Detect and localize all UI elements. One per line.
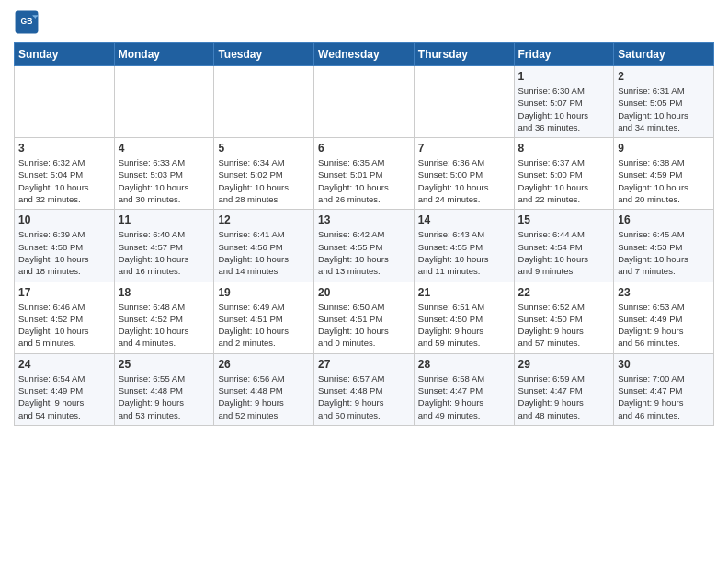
day-info: Sunrise: 6:51 AM Sunset: 4:50 PM Dayligh… xyxy=(418,301,510,350)
calendar-cell: 20Sunrise: 6:50 AM Sunset: 4:51 PM Dayli… xyxy=(314,282,415,353)
day-info: Sunrise: 6:45 AM Sunset: 4:53 PM Dayligh… xyxy=(618,228,710,277)
calendar-cell: 9Sunrise: 6:38 AM Sunset: 4:59 PM Daylig… xyxy=(614,138,714,210)
calendar-cell: 8Sunrise: 6:37 AM Sunset: 5:00 PM Daylig… xyxy=(514,138,614,210)
calendar-cell xyxy=(214,66,314,138)
day-info: Sunrise: 6:40 AM Sunset: 4:57 PM Dayligh… xyxy=(119,228,210,277)
day-info: Sunrise: 6:46 AM Sunset: 4:52 PM Dayligh… xyxy=(18,301,110,350)
calendar-cell: 18Sunrise: 6:48 AM Sunset: 4:52 PM Dayli… xyxy=(114,282,214,353)
day-number: 24 xyxy=(18,358,110,371)
day-info: Sunrise: 6:42 AM Sunset: 4:55 PM Dayligh… xyxy=(318,228,410,277)
day-number: 20 xyxy=(318,286,410,299)
calendar-cell: 1Sunrise: 6:30 AM Sunset: 5:07 PM Daylig… xyxy=(514,66,614,138)
calendar-cell xyxy=(414,66,514,138)
calendar-cell: 3Sunrise: 6:32 AM Sunset: 5:04 PM Daylig… xyxy=(15,138,115,210)
calendar-cell: 24Sunrise: 6:54 AM Sunset: 4:49 PM Dayli… xyxy=(15,353,115,425)
day-info: Sunrise: 6:57 AM Sunset: 4:48 PM Dayligh… xyxy=(318,373,410,421)
day-number: 6 xyxy=(318,142,410,155)
day-info: Sunrise: 6:55 AM Sunset: 4:48 PM Dayligh… xyxy=(119,373,210,421)
calendar-cell: 6Sunrise: 6:35 AM Sunset: 5:01 PM Daylig… xyxy=(314,138,415,210)
calendar-week-1: 1Sunrise: 6:30 AM Sunset: 5:07 PM Daylig… xyxy=(15,66,714,138)
day-number: 28 xyxy=(418,358,510,371)
day-number: 4 xyxy=(119,142,210,155)
day-number: 9 xyxy=(618,142,710,155)
calendar-week-4: 17Sunrise: 6:46 AM Sunset: 4:52 PM Dayli… xyxy=(15,282,714,353)
day-number: 19 xyxy=(218,286,310,299)
day-number: 8 xyxy=(518,142,610,155)
day-info: Sunrise: 6:37 AM Sunset: 5:00 PM Dayligh… xyxy=(518,156,610,205)
day-number: 5 xyxy=(218,142,310,155)
day-info: Sunrise: 6:39 AM Sunset: 4:58 PM Dayligh… xyxy=(18,228,110,277)
day-header-sunday: Sunday xyxy=(15,43,115,66)
calendar-cell: 16Sunrise: 6:45 AM Sunset: 4:53 PM Dayli… xyxy=(614,210,714,282)
day-info: Sunrise: 6:31 AM Sunset: 5:05 PM Dayligh… xyxy=(618,85,710,133)
day-number: 15 xyxy=(518,213,610,226)
calendar-cell xyxy=(15,66,115,138)
day-info: Sunrise: 6:53 AM Sunset: 4:49 PM Dayligh… xyxy=(618,301,710,350)
calendar-cell: 4Sunrise: 6:33 AM Sunset: 5:03 PM Daylig… xyxy=(114,138,214,210)
day-info: Sunrise: 6:59 AM Sunset: 4:47 PM Dayligh… xyxy=(518,373,610,421)
day-info: Sunrise: 6:36 AM Sunset: 5:00 PM Dayligh… xyxy=(418,156,510,205)
day-info: Sunrise: 6:41 AM Sunset: 4:56 PM Dayligh… xyxy=(218,228,310,277)
calendar-week-3: 10Sunrise: 6:39 AM Sunset: 4:58 PM Dayli… xyxy=(15,210,714,282)
calendar-cell: 5Sunrise: 6:34 AM Sunset: 5:02 PM Daylig… xyxy=(214,138,314,210)
day-number: 11 xyxy=(119,213,210,226)
day-info: Sunrise: 6:49 AM Sunset: 4:51 PM Dayligh… xyxy=(218,301,310,350)
calendar-cell: 21Sunrise: 6:51 AM Sunset: 4:50 PM Dayli… xyxy=(414,282,514,353)
calendar-cell xyxy=(114,66,214,138)
day-number: 29 xyxy=(518,358,610,371)
day-number: 2 xyxy=(618,70,710,83)
day-number: 23 xyxy=(618,286,710,299)
day-info: Sunrise: 7:00 AM Sunset: 4:47 PM Dayligh… xyxy=(618,373,710,421)
day-info: Sunrise: 6:33 AM Sunset: 5:03 PM Dayligh… xyxy=(119,156,210,205)
calendar-cell: 29Sunrise: 6:59 AM Sunset: 4:47 PM Dayli… xyxy=(514,353,614,425)
day-number: 13 xyxy=(318,213,410,226)
calendar-table: SundayMondayTuesdayWednesdayThursdayFrid… xyxy=(14,42,714,426)
calendar-cell: 10Sunrise: 6:39 AM Sunset: 4:58 PM Dayli… xyxy=(15,210,115,282)
calendar-cell: 26Sunrise: 6:56 AM Sunset: 4:48 PM Dayli… xyxy=(214,353,314,425)
calendar-cell: 25Sunrise: 6:55 AM Sunset: 4:48 PM Dayli… xyxy=(114,353,214,425)
day-number: 30 xyxy=(618,358,710,371)
day-header-wednesday: Wednesday xyxy=(314,43,415,66)
calendar-cell: 7Sunrise: 6:36 AM Sunset: 5:00 PM Daylig… xyxy=(414,138,514,210)
day-info: Sunrise: 6:38 AM Sunset: 4:59 PM Dayligh… xyxy=(618,156,710,205)
day-info: Sunrise: 6:54 AM Sunset: 4:49 PM Dayligh… xyxy=(18,373,110,421)
day-number: 22 xyxy=(518,286,610,299)
calendar-header-row: SundayMondayTuesdayWednesdayThursdayFrid… xyxy=(15,43,714,66)
day-info: Sunrise: 6:43 AM Sunset: 4:55 PM Dayligh… xyxy=(418,228,510,277)
day-number: 3 xyxy=(18,142,110,155)
svg-text:GB: GB xyxy=(21,17,33,26)
calendar-cell: 30Sunrise: 7:00 AM Sunset: 4:47 PM Dayli… xyxy=(614,353,714,425)
calendar-cell: 23Sunrise: 6:53 AM Sunset: 4:49 PM Dayli… xyxy=(614,282,714,353)
calendar-cell: 19Sunrise: 6:49 AM Sunset: 4:51 PM Dayli… xyxy=(214,282,314,353)
day-info: Sunrise: 6:32 AM Sunset: 5:04 PM Dayligh… xyxy=(18,156,110,205)
day-info: Sunrise: 6:48 AM Sunset: 4:52 PM Dayligh… xyxy=(119,301,210,350)
calendar-page: GB SundayMondayTuesdayWednesdayThursdayF… xyxy=(0,0,728,440)
calendar-cell: 17Sunrise: 6:46 AM Sunset: 4:52 PM Dayli… xyxy=(15,282,115,353)
day-info: Sunrise: 6:50 AM Sunset: 4:51 PM Dayligh… xyxy=(318,301,410,350)
day-number: 16 xyxy=(618,213,710,226)
day-number: 21 xyxy=(418,286,510,299)
day-number: 14 xyxy=(418,213,510,226)
day-info: Sunrise: 6:52 AM Sunset: 4:50 PM Dayligh… xyxy=(518,301,610,350)
calendar-cell: 15Sunrise: 6:44 AM Sunset: 4:54 PM Dayli… xyxy=(514,210,614,282)
day-header-thursday: Thursday xyxy=(414,43,514,66)
calendar-cell: 2Sunrise: 6:31 AM Sunset: 5:05 PM Daylig… xyxy=(614,66,714,138)
day-info: Sunrise: 6:56 AM Sunset: 4:48 PM Dayligh… xyxy=(218,373,310,421)
day-number: 17 xyxy=(18,286,110,299)
day-header-tuesday: Tuesday xyxy=(214,43,314,66)
day-number: 7 xyxy=(418,142,510,155)
day-info: Sunrise: 6:35 AM Sunset: 5:01 PM Dayligh… xyxy=(318,156,410,205)
day-number: 12 xyxy=(218,213,310,226)
logo: GB xyxy=(14,9,42,35)
day-info: Sunrise: 6:30 AM Sunset: 5:07 PM Dayligh… xyxy=(518,85,610,133)
day-number: 26 xyxy=(218,358,310,371)
calendar-cell: 12Sunrise: 6:41 AM Sunset: 4:56 PM Dayli… xyxy=(214,210,314,282)
day-header-saturday: Saturday xyxy=(614,43,714,66)
calendar-cell: 22Sunrise: 6:52 AM Sunset: 4:50 PM Dayli… xyxy=(514,282,614,353)
day-header-monday: Monday xyxy=(114,43,214,66)
calendar-body: 1Sunrise: 6:30 AM Sunset: 5:07 PM Daylig… xyxy=(15,66,714,426)
day-header-friday: Friday xyxy=(514,43,614,66)
logo-icon: GB xyxy=(14,9,40,35)
day-info: Sunrise: 6:34 AM Sunset: 5:02 PM Dayligh… xyxy=(218,156,310,205)
calendar-week-5: 24Sunrise: 6:54 AM Sunset: 4:49 PM Dayli… xyxy=(15,353,714,425)
